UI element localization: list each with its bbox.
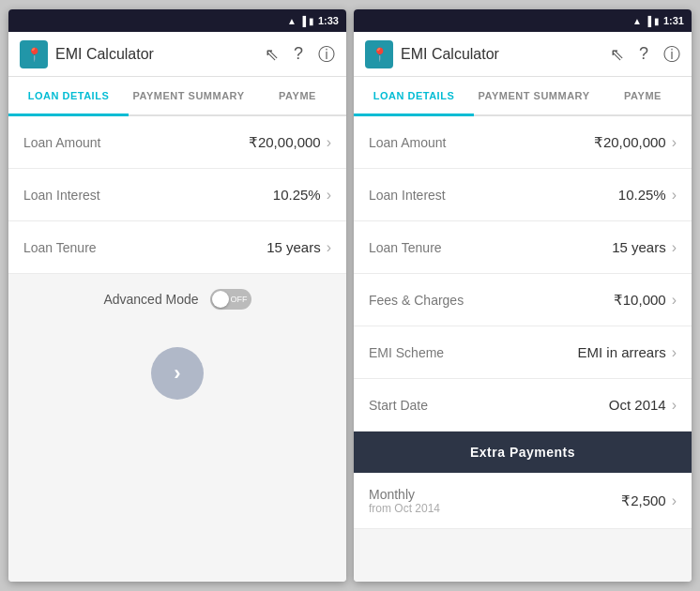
app-bar-2: 📍 EMI Calculator ⇖ ? ⓘ — [354, 32, 692, 77]
extra-payments-label: Extra Payments — [470, 445, 575, 460]
status-time-2: 1:31 — [663, 15, 684, 26]
toggle-knob — [212, 291, 229, 308]
start-date-value: Oct 2014 — [609, 397, 666, 413]
help-button-1[interactable]: ? — [294, 44, 303, 64]
emi-scheme-value: EMI in arrears — [577, 344, 665, 360]
info-button-2[interactable]: ⓘ — [663, 43, 680, 66]
battery-icon: ▮ — [309, 16, 314, 26]
loan-interest-label-1: Loan Interest — [23, 188, 273, 203]
status-icons-1: ▲ ▐ ▮ — [287, 16, 314, 26]
tab-payment-2[interactable]: PAYME — [594, 77, 692, 114]
loan-tenure-value-1: 15 years — [266, 239, 321, 255]
emi-scheme-chevron: › — [672, 344, 677, 361]
share-button-2[interactable]: ⇖ — [610, 44, 624, 65]
tab-payment-summary-2[interactable]: PAYMENT SUMMARY — [474, 77, 594, 114]
status-bar-2: ▲ ▐ ▮ 1:31 — [354, 9, 692, 32]
loan-amount-label-1: Loan Amount — [23, 135, 249, 150]
loan-amount-row-1[interactable]: Loan Amount ₹20,00,000 › — [8, 116, 346, 169]
fees-charges-value: ₹10,000 — [614, 292, 666, 309]
loan-tenure-chevron-1: › — [327, 239, 331, 256]
fees-charges-chevron: › — [672, 292, 677, 309]
monthly-label: Monthly — [369, 487, 621, 502]
monthly-sub: from Oct 2014 — [369, 502, 621, 515]
battery-icon-2: ▮ — [654, 16, 660, 26]
loan-amount-chevron-1: › — [327, 134, 331, 151]
signal-icon-2: ▐ — [645, 16, 651, 26]
monthly-payment-row[interactable]: Monthly from Oct 2014 ₹2,500 › — [354, 473, 692, 529]
loan-amount-chevron-2: › — [672, 134, 677, 151]
app-bar-actions-1: ⇖ ? ⓘ — [265, 43, 335, 66]
monthly-info: Monthly from Oct 2014 — [369, 487, 621, 515]
info-button-1[interactable]: ⓘ — [318, 43, 335, 66]
tab-loan-details-1[interactable]: LOAN DETAILS — [8, 77, 129, 116]
advanced-mode-toggle[interactable]: OFF — [210, 289, 251, 310]
fees-charges-label: Fees & Charges — [369, 293, 614, 308]
content-2: Loan Amount ₹20,00,000 › Loan Interest 1… — [354, 116, 692, 582]
help-button-2[interactable]: ? — [639, 44, 648, 64]
start-date-label: Start Date — [369, 398, 609, 413]
toggle-state: OFF — [231, 295, 248, 304]
navigate-button[interactable]: › — [151, 347, 204, 400]
loan-interest-chevron-2: › — [672, 187, 677, 204]
loan-amount-value-2: ₹20,00,000 — [594, 134, 666, 151]
navigate-chevron-icon: › — [174, 361, 180, 386]
extra-payments-header: Extra Payments — [354, 432, 692, 473]
advanced-mode-label: Advanced Mode — [103, 292, 198, 307]
share-button-1[interactable]: ⇖ — [265, 44, 279, 65]
tab-loan-details-2[interactable]: LOAN DETAILS — [354, 77, 474, 116]
loan-tenure-chevron-2: › — [672, 239, 677, 256]
loan-interest-chevron-1: › — [327, 187, 331, 204]
app-logo-text-1: 📍 — [26, 47, 42, 62]
emi-scheme-label: EMI Scheme — [369, 345, 577, 360]
emi-scheme-row[interactable]: EMI Scheme EMI in arrears › — [354, 326, 692, 379]
app-logo-text-2: 📍 — [372, 47, 388, 62]
loan-amount-row-2[interactable]: Loan Amount ₹20,00,000 › — [354, 116, 692, 169]
wifi-icon: ▲ — [287, 16, 297, 26]
start-date-chevron: › — [672, 397, 677, 414]
status-time-1: 1:33 — [318, 15, 339, 26]
loan-interest-row-1[interactable]: Loan Interest 10.25% › — [8, 169, 346, 221]
tab-payment-1[interactable]: PAYME — [249, 77, 346, 114]
monthly-chevron: › — [672, 492, 677, 509]
tabs-2: LOAN DETAILS PAYMENT SUMMARY PAYME — [354, 77, 692, 116]
app-logo-2: 📍 — [365, 40, 393, 68]
advanced-mode-row: Advanced Mode OFF — [8, 274, 346, 325]
phone-1: ▲ ▐ ▮ 1:33 📍 EMI Calculator ⇖ ? ⓘ LOAN D… — [8, 9, 346, 582]
start-date-row[interactable]: Start Date Oct 2014 › — [354, 379, 692, 432]
app-title-1: EMI Calculator — [55, 46, 257, 63]
loan-tenure-label-2: Loan Tenure — [369, 240, 612, 255]
loan-tenure-row-2[interactable]: Loan Tenure 15 years › — [354, 221, 692, 274]
loan-amount-label-2: Loan Amount — [369, 135, 594, 150]
status-icons-2: ▲ ▐ ▮ — [632, 16, 660, 26]
app-logo-1: 📍 — [20, 40, 48, 68]
loan-tenure-value-2: 15 years — [612, 239, 666, 255]
loan-interest-value-1: 10.25% — [273, 187, 321, 203]
signal-icon: ▐ — [299, 16, 306, 26]
wifi-icon-2: ▲ — [632, 16, 642, 26]
loan-interest-label-2: Loan Interest — [369, 188, 618, 203]
app-bar-actions-2: ⇖ ? ⓘ — [610, 43, 680, 66]
tab-payment-summary-1[interactable]: PAYMENT SUMMARY — [129, 77, 249, 114]
loan-interest-row-2[interactable]: Loan Interest 10.25% › — [354, 169, 692, 221]
status-bar-1: ▲ ▐ ▮ 1:33 — [8, 9, 346, 32]
app-bar-1: 📍 EMI Calculator ⇖ ? ⓘ — [8, 32, 346, 77]
tabs-1: LOAN DETAILS PAYMENT SUMMARY PAYME — [8, 77, 346, 116]
content-1: Loan Amount ₹20,00,000 › Loan Interest 1… — [8, 116, 346, 582]
phone-2: ▲ ▐ ▮ 1:31 📍 EMI Calculator ⇖ ? ⓘ LOAN D… — [354, 9, 692, 582]
loan-amount-value-1: ₹20,00,000 — [249, 134, 321, 151]
fees-charges-row[interactable]: Fees & Charges ₹10,000 › — [354, 274, 692, 326]
loan-interest-value-2: 10.25% — [618, 187, 666, 203]
app-title-2: EMI Calculator — [401, 46, 602, 63]
navigate-btn-container: › — [8, 347, 346, 400]
loan-tenure-row-1[interactable]: Loan Tenure 15 years › — [8, 221, 346, 274]
monthly-value: ₹2,500 — [621, 492, 666, 509]
loan-tenure-label-1: Loan Tenure — [23, 240, 266, 255]
